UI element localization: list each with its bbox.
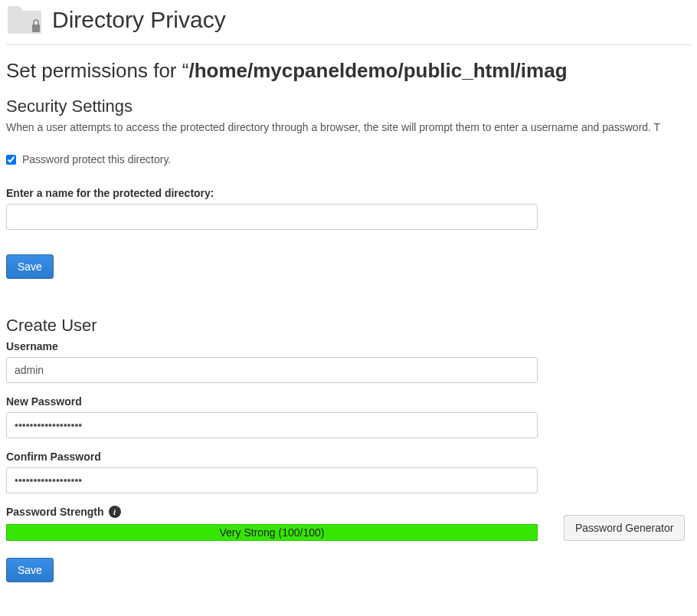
password-strength-bar: Very Strong (100/100): [6, 524, 538, 541]
confirm-password-input[interactable]: [6, 467, 538, 493]
save-user-button[interactable]: Save: [6, 558, 54, 582]
password-protect-checkbox[interactable]: [6, 155, 16, 165]
permissions-path: /home/mycpaneldemo/public_html/imag: [188, 59, 567, 82]
password-strength-label: Password Strength i: [6, 506, 538, 518]
new-password-label: New Password: [6, 395, 691, 408]
permissions-prefix: Set permissions for “: [6, 59, 188, 82]
dirname-label: Enter a name for the protected directory…: [6, 187, 691, 199]
security-settings-description: When a user attempts to access the prote…: [6, 121, 691, 133]
save-security-button[interactable]: Save: [6, 254, 54, 279]
password-protect-label: Password protect this directory.: [22, 153, 171, 165]
folder-lock-icon: [6, 5, 43, 35]
confirm-password-label: Confirm Password: [6, 451, 691, 463]
password-generator-button[interactable]: Password Generator: [564, 515, 685, 541]
new-password-input[interactable]: [6, 412, 538, 438]
svg-rect-0: [32, 25, 40, 32]
password-strength-label-text: Password Strength: [6, 506, 104, 518]
security-settings-heading: Security Settings: [6, 97, 691, 116]
create-user-heading: Create User: [6, 316, 691, 336]
dirname-input[interactable]: [6, 204, 538, 230]
page-header: Directory Privacy: [6, 0, 691, 45]
info-icon[interactable]: i: [109, 506, 121, 518]
username-label: Username: [6, 340, 691, 352]
page-title: Directory Privacy: [52, 7, 226, 33]
permissions-heading: Set permissions for “/home/mycpaneldemo/…: [6, 59, 691, 83]
username-input[interactable]: [6, 357, 538, 383]
